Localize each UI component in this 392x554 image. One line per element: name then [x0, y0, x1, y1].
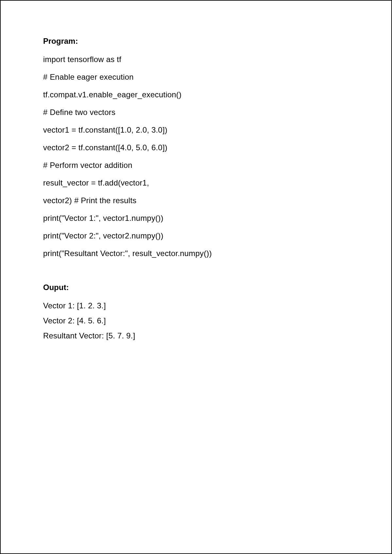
code-line: vector2 = tf.constant([4.0, 5.0, 6.0]) — [43, 143, 349, 152]
output-line: Vector 2: [4. 5. 6.] — [43, 316, 349, 325]
code-line: vector1 = tf.constant([1.0, 2.0, 3.0]) — [43, 125, 349, 135]
output-heading: Ouput: — [43, 283, 349, 292]
document-page: Program: import tensorflow as tf # Enabl… — [0, 0, 392, 554]
section-gap — [43, 267, 349, 283]
code-line: result_vector = tf.add(vector1, — [43, 178, 349, 187]
code-line: print("Vector 2:", vector2.numpy()) — [43, 231, 349, 240]
code-line: # Define two vectors — [43, 108, 349, 117]
output-line: Resultant Vector: [5. 7. 9.] — [43, 331, 349, 340]
program-heading: Program: — [43, 37, 349, 46]
code-line: print("Vector 1:", vector1.numpy()) — [43, 214, 349, 223]
code-line: tf.compat.v1.enable_eager_execution() — [43, 90, 349, 99]
code-line: vector2) # Print the results — [43, 196, 349, 205]
code-line: # Enable eager execution — [43, 73, 349, 82]
code-line: print("Resultant Vector:", result_vector… — [43, 249, 349, 258]
output-line: Vector 1: [1. 2. 3.] — [43, 301, 349, 310]
code-line: # Perform vector addition — [43, 161, 349, 170]
code-line: import tensorflow as tf — [43, 55, 349, 64]
